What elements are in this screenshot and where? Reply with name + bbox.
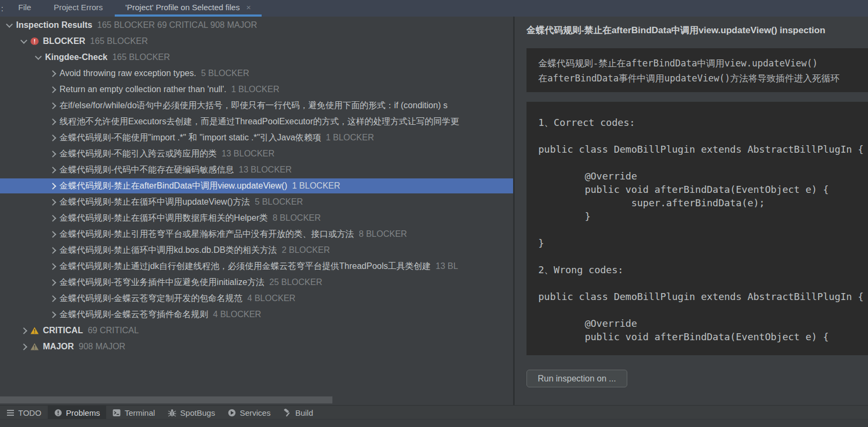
inspection-results-panel: Inspection Results165 BLOCKER 69 CRITICA… [0, 17, 513, 406]
chevron-right-icon[interactable] [47, 293, 58, 304]
code-sample: 1、Correct codes: public class DemoBillPl… [538, 116, 868, 343]
chevron-right-icon[interactable] [47, 132, 58, 144]
chevron-right-icon[interactable] [47, 196, 58, 208]
chevron-right-icon[interactable] [47, 164, 58, 176]
tree-row-count: 4 BLOCKER [213, 310, 261, 319]
chevron-right-icon[interactable] [47, 84, 58, 95]
tree-row[interactable]: 金蝶代码规则-禁止通过jdk自行创建线程池，必须使用金蝶云苍穹平台提供Threa… [0, 259, 513, 274]
tree-row-label: 金蝶代码规则-不能使用"import .*" 和 "import static … [60, 132, 321, 144]
chevron-down-icon[interactable] [3, 19, 15, 31]
services-play-icon [228, 409, 236, 417]
tab-project-errors[interactable]: Project Errors [43, 0, 114, 17]
tree-row[interactable]: 金蝶代码规则-禁止循环中调用kd.bos.db.DB类的相关方法2 BLOCKE… [0, 243, 513, 258]
chevron-down-icon[interactable] [18, 35, 29, 47]
toolwindow-problems[interactable]: Problems [48, 406, 106, 419]
chevron-right-icon[interactable] [18, 325, 29, 336]
close-icon[interactable]: × [246, 3, 251, 12]
tree-row-count: 908 MAJOR [79, 342, 125, 351]
tree-row-count: 13 BLOCKER [239, 165, 292, 175]
chevron-right-icon[interactable] [47, 68, 58, 79]
tree-row-label: CRITICAL [43, 326, 83, 335]
tree-row[interactable]: !MAJOR908 MAJOR [0, 339, 513, 354]
error-icon: ! [31, 38, 39, 45]
toolwindow-label: Build [295, 408, 313, 417]
tab-label: File [18, 3, 31, 12]
tree-row-label: 金蝶代码规则-不能引入跨云或跨应用的类 [60, 148, 217, 160]
tree-row-count: 5 BLOCKER [255, 197, 303, 207]
todo-list-icon [6, 409, 14, 417]
status-bar [0, 419, 868, 427]
tree-row[interactable]: 金蝶代码规则-苍穹业务插件中应避免使用initialize方法25 BLOCKE… [0, 275, 513, 290]
chevron-down-icon[interactable] [32, 51, 44, 63]
tree-row-label: Avoid throwing raw exception types. [60, 69, 196, 78]
tree-row-count: 8 BLOCKER [272, 213, 321, 223]
tree-row[interactable]: 金蝶代码规则-禁止在afterBindData中调用view.updateVie… [0, 178, 513, 193]
tree-row-count: 1 BLOCKER [326, 133, 374, 143]
chevron-right-icon[interactable] [47, 228, 58, 240]
toolwindow-spotbugs[interactable]: SpotBugs [161, 406, 221, 419]
tree-row[interactable]: Avoid throwing raw exception types.5 BLO… [0, 66, 513, 81]
chevron-right-icon[interactable] [18, 341, 29, 353]
horizontal-scrollbar[interactable] [0, 396, 332, 403]
tree-row-label: BLOCKER [43, 36, 85, 46]
tab-label: 'Project' Profile on Selected files [125, 3, 240, 12]
tree-row[interactable]: 金蝶代码规则-禁止引用苍穹平台或星瀚标准产品中没有开放的类、接口或方法8 BLO… [0, 227, 513, 242]
tree-row[interactable]: 金蝶代码规则-金蝶云苍穹定制开发的包命名规范4 BLOCKER [0, 291, 513, 306]
tree-row[interactable]: 在if/else/for/while/do语句中必须使用大括号，即使只有一行代码… [0, 98, 513, 113]
tab-file[interactable]: File [8, 0, 42, 17]
chevron-right-icon[interactable] [47, 276, 58, 288]
toolwindow-label: Problems [66, 408, 100, 417]
truncated-edge-label: : [1, 4, 6, 13]
tree-row-count: 1 BLOCKER [231, 85, 279, 94]
inspection-description: 金蝶代码规则-禁止在afterBindData中调用view.updateVie… [526, 48, 868, 92]
tree-row-count: 13 BLOCKER [221, 149, 275, 159]
tree-row-label: 金蝶代码规则-苍穹业务插件中应避免使用initialize方法 [60, 277, 264, 288]
chevron-right-icon[interactable] [47, 244, 58, 256]
tree-row-count: 165 BLOCKER 69 CRITICAL 908 MAJOR [97, 20, 257, 30]
tree-row[interactable]: 金蝶代码规则-不能使用"import .*" 和 "import static … [0, 130, 513, 145]
chevron-right-icon[interactable] [47, 116, 58, 128]
tree-row[interactable]: !BLOCKER165 BLOCKER [0, 34, 513, 49]
toolwindow-build[interactable]: Build [277, 406, 320, 419]
tree-row[interactable]: 金蝶代码规则-金蝶云苍穹插件命名规则4 BLOCKER [0, 307, 513, 322]
tree-row-label: Kingdee-Check [45, 53, 107, 62]
tree-row[interactable]: Return an empty collection rather than '… [0, 82, 513, 97]
tree-row-count: 8 BLOCKER [359, 229, 407, 239]
tree-row-label: Return an empty collection rather than '… [60, 85, 226, 94]
toolwindow-label: Services [240, 408, 271, 417]
tree-row[interactable]: 金蝶代码规则-不能引入跨云或跨应用的类13 BLOCKER [0, 146, 513, 161]
chevron-right-icon[interactable] [47, 212, 58, 224]
tree-row[interactable]: Inspection Results165 BLOCKER 69 CRITICA… [0, 18, 513, 33]
tree-row[interactable]: !CRITICAL69 CRITICAL [0, 323, 513, 338]
tree-row[interactable]: 金蝶代码规则-禁止在循环中调用updateView()方法5 BLOCKER [0, 194, 513, 209]
tree-row-count: 25 BLOCKER [269, 278, 322, 287]
tree-row-label: 金蝶代码规则-禁止通过jdk自行创建线程池，必须使用金蝶云苍穹平台提供Threa… [60, 261, 431, 272]
chevron-right-icon[interactable] [47, 100, 58, 111]
tree-row[interactable]: Kingdee-Check165 BLOCKER [0, 50, 513, 65]
tree-row[interactable]: 金蝶代码规则-禁止在循环中调用数据库相关的Helper类8 BLOCKER [0, 211, 513, 226]
tree-row-label: 金蝶代码规则-禁止在afterBindData中调用view.updateVie… [60, 181, 287, 192]
toolwindow-terminal[interactable]: Terminal [106, 406, 161, 419]
tree-row-label: 金蝶代码规则-禁止引用苍穹平台或星瀚标准产品中没有开放的类、接口或方法 [60, 229, 354, 240]
tree-row-label: MAJOR [43, 342, 74, 351]
toolwindow-label: SpotBugs [180, 408, 215, 417]
tree-row[interactable]: 线程池不允许使用Executors去创建，而是通过ThreadPoolExecu… [0, 114, 513, 129]
tree-row-label: 金蝶代码规则-禁止在循环中调用数据库相关的Helper类 [60, 213, 268, 224]
tree-row-count: 5 BLOCKER [201, 69, 249, 78]
chevron-right-icon[interactable] [47, 180, 58, 192]
tree-row-label: 金蝶代码规则-禁止循环中调用kd.bos.db.DB类的相关方法 [60, 245, 277, 256]
tree-row-label: 金蝶代码规则-禁止在循环中调用updateView()方法 [60, 197, 250, 208]
chevron-right-icon[interactable] [47, 260, 58, 272]
tree-row-label: 金蝶代码规则-金蝶云苍穹插件命名规则 [60, 309, 208, 320]
toolwindow-todo[interactable]: TODO [0, 406, 48, 419]
description-line: 金蝶代码规则-禁止在afterBindData中调用view.updateVie… [538, 56, 868, 71]
tree-row-count: 13 BL [436, 261, 458, 271]
chevron-right-icon[interactable] [47, 148, 58, 160]
toolwindow-services[interactable]: Services [221, 406, 277, 419]
run-inspection-button[interactable]: Run inspection on ... [526, 370, 627, 387]
tab-label: Project Errors [54, 3, 103, 12]
tree-row-count: 69 CRITICAL [88, 326, 139, 335]
tab-project-profile[interactable]: 'Project' Profile on Selected files × [115, 0, 262, 17]
chevron-right-icon[interactable] [47, 309, 58, 320]
tree-row[interactable]: 金蝶代码规则-代码中不能存在硬编码敏感信息13 BLOCKER [0, 162, 513, 177]
